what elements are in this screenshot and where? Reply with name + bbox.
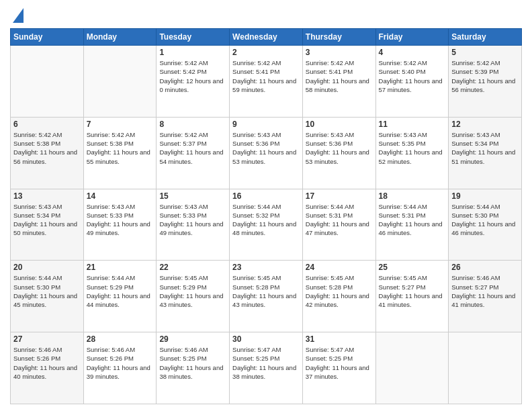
sunset: Sunset: 5:29 PM — [87, 283, 134, 291]
calendar-header-tuesday: Tuesday — [157, 29, 230, 46]
calendar-header-sunday: Sunday — [11, 29, 84, 46]
daylight: Daylight: 11 hours and 50 minutes. — [13, 220, 77, 236]
day-info: Sunrise: 5:44 AM Sunset: 5:30 PM Dayligh… — [13, 273, 81, 309]
day-number: 1 — [159, 48, 226, 57]
sunrise: Sunrise: 5:44 AM — [451, 203, 500, 210]
day-number: 2 — [232, 48, 300, 57]
sunrise: Sunrise: 5:46 AM — [13, 346, 62, 353]
sunrise: Sunrise: 5:42 AM — [13, 131, 62, 138]
daylight: Daylight: 11 hours and 41 minutes. — [451, 292, 515, 308]
day-info: Sunrise: 5:44 AM Sunset: 5:29 PM Dayligh… — [87, 273, 154, 309]
day-number: 26 — [451, 263, 519, 272]
sunrise: Sunrise: 5:43 AM — [379, 131, 427, 138]
day-info: Sunrise: 5:42 AM Sunset: 5:37 PM Dayligh… — [159, 130, 226, 166]
day-number: 24 — [306, 263, 373, 272]
calendar-cell: 11 Sunrise: 5:43 AM Sunset: 5:35 PM Dayl… — [375, 117, 449, 189]
sunset: Sunset: 5:25 PM — [159, 355, 206, 362]
day-info: Sunrise: 5:45 AM Sunset: 5:28 PM Dayligh… — [306, 273, 373, 309]
calendar-cell: 28 Sunrise: 5:46 AM Sunset: 5:26 PM Dayl… — [83, 332, 157, 404]
calendar-cell: 24 Sunrise: 5:45 AM Sunset: 5:28 PM Dayl… — [302, 261, 375, 332]
sunset: Sunset: 5:34 PM — [13, 212, 60, 219]
calendar-cell: 30 Sunrise: 5:47 AM Sunset: 5:25 PM Dayl… — [230, 332, 303, 404]
daylight: Daylight: 11 hours and 47 minutes. — [306, 220, 369, 236]
calendar-cell — [449, 332, 522, 404]
calendar-cell: 14 Sunrise: 5:43 AM Sunset: 5:33 PM Dayl… — [83, 189, 157, 261]
sunset: Sunset: 5:32 PM — [232, 212, 279, 219]
sunset: Sunset: 5:38 PM — [87, 140, 134, 147]
calendar-week-row: 1 Sunrise: 5:42 AM Sunset: 5:42 PM Dayli… — [11, 46, 522, 118]
day-info: Sunrise: 5:46 AM Sunset: 5:27 PM Dayligh… — [451, 273, 519, 309]
sunrise: Sunrise: 5:45 AM — [232, 274, 281, 281]
day-number: 11 — [379, 120, 446, 129]
day-number: 7 — [87, 120, 154, 129]
calendar-cell: 25 Sunrise: 5:45 AM Sunset: 5:27 PM Dayl… — [375, 261, 449, 332]
sunset: Sunset: 5:28 PM — [232, 283, 279, 291]
daylight: Daylight: 11 hours and 39 minutes. — [87, 364, 150, 380]
daylight: Daylight: 11 hours and 48 minutes. — [232, 220, 296, 236]
day-info: Sunrise: 5:47 AM Sunset: 5:25 PM Dayligh… — [306, 345, 373, 381]
daylight: Daylight: 11 hours and 49 minutes. — [87, 220, 150, 236]
sunset: Sunset: 5:30 PM — [13, 283, 60, 291]
day-number: 30 — [232, 334, 300, 344]
sunrise: Sunrise: 5:46 AM — [159, 346, 208, 353]
sunset: Sunset: 5:27 PM — [379, 283, 426, 291]
day-info: Sunrise: 5:42 AM Sunset: 5:39 PM Dayligh… — [451, 58, 519, 94]
calendar-cell: 4 Sunrise: 5:42 AM Sunset: 5:40 PM Dayli… — [375, 46, 449, 118]
day-info: Sunrise: 5:43 AM Sunset: 5:33 PM Dayligh… — [87, 202, 154, 238]
sunset: Sunset: 5:41 PM — [232, 68, 279, 75]
day-info: Sunrise: 5:42 AM Sunset: 5:38 PM Dayligh… — [13, 130, 81, 166]
day-number: 28 — [87, 334, 154, 344]
day-number: 22 — [159, 263, 226, 272]
daylight: Daylight: 11 hours and 56 minutes. — [13, 148, 77, 165]
day-number: 6 — [13, 120, 81, 129]
calendar-cell — [375, 332, 449, 404]
daylight: Daylight: 11 hours and 43 minutes. — [232, 292, 296, 308]
day-number: 15 — [159, 191, 226, 201]
day-number: 21 — [87, 263, 154, 272]
daylight: Daylight: 12 hours and 0 minutes. — [159, 77, 223, 93]
day-number: 13 — [13, 191, 81, 201]
calendar-cell: 26 Sunrise: 5:46 AM Sunset: 5:27 PM Dayl… — [449, 261, 522, 332]
sunset: Sunset: 5:31 PM — [306, 212, 353, 219]
day-info: Sunrise: 5:43 AM Sunset: 5:36 PM Dayligh… — [306, 130, 373, 166]
calendar-cell: 15 Sunrise: 5:43 AM Sunset: 5:33 PM Dayl… — [157, 189, 230, 261]
calendar-week-row: 27 Sunrise: 5:46 AM Sunset: 5:26 PM Dayl… — [11, 332, 522, 404]
sunset: Sunset: 5:26 PM — [13, 355, 60, 362]
sunset: Sunset: 5:25 PM — [306, 355, 353, 362]
sunset: Sunset: 5:40 PM — [379, 68, 426, 75]
sunset: Sunset: 5:36 PM — [306, 140, 353, 147]
logo — [10, 7, 24, 23]
sunset: Sunset: 5:39 PM — [451, 68, 498, 75]
sunrise: Sunrise: 5:43 AM — [87, 203, 135, 210]
day-info: Sunrise: 5:45 AM Sunset: 5:29 PM Dayligh… — [159, 273, 226, 309]
calendar-header-thursday: Thursday — [302, 29, 375, 46]
page-container: SundayMondayTuesdayWednesdayThursdayFrid… — [0, 0, 532, 411]
sunset: Sunset: 5:30 PM — [451, 212, 498, 219]
calendar-cell: 20 Sunrise: 5:44 AM Sunset: 5:30 PM Dayl… — [11, 261, 84, 332]
day-number: 27 — [13, 334, 81, 344]
calendar-cell: 29 Sunrise: 5:46 AM Sunset: 5:25 PM Dayl… — [157, 332, 230, 404]
daylight: Daylight: 11 hours and 41 minutes. — [379, 292, 443, 308]
daylight: Daylight: 11 hours and 58 minutes. — [306, 77, 369, 93]
daylight: Daylight: 11 hours and 46 minutes. — [379, 220, 443, 236]
calendar-cell: 31 Sunrise: 5:47 AM Sunset: 5:25 PM Dayl… — [302, 332, 375, 404]
sunset: Sunset: 5:25 PM — [232, 355, 279, 362]
daylight: Daylight: 11 hours and 38 minutes. — [159, 364, 223, 380]
day-info: Sunrise: 5:43 AM Sunset: 5:34 PM Dayligh… — [451, 130, 519, 166]
daylight: Daylight: 11 hours and 45 minutes. — [13, 292, 77, 308]
daylight: Daylight: 11 hours and 53 minutes. — [232, 148, 296, 165]
calendar-cell: 8 Sunrise: 5:42 AM Sunset: 5:37 PM Dayli… — [157, 117, 230, 189]
daylight: Daylight: 11 hours and 37 minutes. — [306, 364, 369, 380]
calendar-week-row: 20 Sunrise: 5:44 AM Sunset: 5:30 PM Dayl… — [11, 261, 522, 332]
calendar-week-row: 13 Sunrise: 5:43 AM Sunset: 5:34 PM Dayl… — [11, 189, 522, 261]
sunrise: Sunrise: 5:45 AM — [159, 274, 208, 281]
sunset: Sunset: 5:28 PM — [306, 283, 353, 291]
day-number: 29 — [159, 334, 226, 344]
day-info: Sunrise: 5:46 AM Sunset: 5:26 PM Dayligh… — [13, 345, 81, 381]
calendar-cell: 21 Sunrise: 5:44 AM Sunset: 5:29 PM Dayl… — [83, 261, 157, 332]
sunrise: Sunrise: 5:42 AM — [379, 59, 427, 66]
calendar-cell: 6 Sunrise: 5:42 AM Sunset: 5:38 PM Dayli… — [11, 117, 84, 189]
calendar-cell: 22 Sunrise: 5:45 AM Sunset: 5:29 PM Dayl… — [157, 261, 230, 332]
calendar-header-wednesday: Wednesday — [230, 29, 303, 46]
sunset: Sunset: 5:42 PM — [159, 68, 206, 75]
